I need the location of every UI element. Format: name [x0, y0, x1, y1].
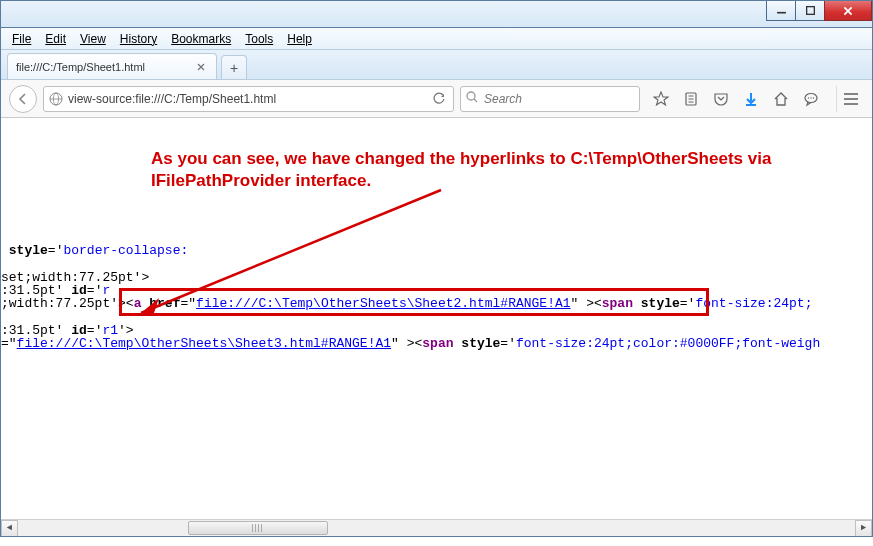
scroll-left-button[interactable]: ◄: [1, 520, 18, 537]
svg-point-20: [813, 97, 814, 98]
scroll-track[interactable]: [18, 520, 855, 537]
search-box[interactable]: [460, 86, 640, 112]
new-tab-button[interactable]: +: [221, 55, 247, 79]
menu-bar: File Edit View History Bookmarks Tools H…: [1, 28, 872, 50]
source-line: ="file:///C:\Temp\OtherSheets\Sheet3.htm…: [1, 336, 820, 351]
tab-strip: file:///C:/Temp/Sheet1.html +: [1, 50, 872, 80]
svg-rect-1: [806, 7, 814, 15]
menu-hamburger-button[interactable]: [836, 86, 864, 112]
search-icon: [465, 90, 480, 107]
source-line: ;width:77.25pt'><a href="file:///C:\Temp…: [1, 296, 812, 311]
menu-help[interactable]: Help: [280, 30, 319, 48]
menu-bookmarks[interactable]: Bookmarks: [164, 30, 238, 48]
tab-close-icon[interactable]: [194, 60, 208, 74]
menu-edit[interactable]: Edit: [38, 30, 73, 48]
hyperlink-sheet2[interactable]: file:///C:\Temp\OtherSheets\Sheet2.html#…: [196, 296, 570, 311]
nav-toolbar: [1, 80, 872, 118]
menu-tools[interactable]: Tools: [238, 30, 280, 48]
globe-icon: [48, 91, 64, 107]
source-line: style='border-collapse:: [1, 243, 188, 258]
annotation-text: As you can see, we have changed the hype…: [151, 148, 791, 192]
svg-line-10: [474, 99, 477, 102]
chat-icon[interactable]: [802, 90, 820, 108]
home-icon[interactable]: [772, 90, 790, 108]
page-content: As you can see, we have changed the hype…: [1, 118, 872, 536]
scroll-right-button[interactable]: ►: [855, 520, 872, 537]
bookmark-star-icon[interactable]: [652, 90, 670, 108]
maximize-button[interactable]: [795, 1, 825, 21]
search-input[interactable]: [484, 92, 635, 106]
tab-title: file:///C:/Temp/Sheet1.html: [16, 61, 188, 73]
tab-active[interactable]: file:///C:/Temp/Sheet1.html: [7, 53, 217, 79]
svg-point-18: [808, 97, 809, 98]
svg-point-19: [810, 97, 811, 98]
window-controls: [767, 1, 872, 21]
library-icon[interactable]: [682, 90, 700, 108]
hyperlink-sheet3[interactable]: file:///C:\Temp\OtherSheets\Sheet3.html#…: [17, 336, 391, 351]
menu-view[interactable]: View: [73, 30, 113, 48]
url-bar[interactable]: [43, 86, 454, 112]
window-titlebar: [0, 0, 873, 28]
minimize-button[interactable]: [766, 1, 796, 21]
svg-point-9: [467, 92, 475, 100]
menu-history[interactable]: History: [113, 30, 164, 48]
close-button[interactable]: [824, 1, 872, 21]
horizontal-scrollbar[interactable]: ◄ ►: [1, 519, 872, 536]
reload-button[interactable]: [429, 92, 449, 106]
pocket-icon[interactable]: [712, 90, 730, 108]
menu-file[interactable]: File: [5, 30, 38, 48]
downloads-icon[interactable]: [742, 90, 760, 108]
scroll-thumb[interactable]: [188, 521, 328, 535]
toolbar-icons: [646, 90, 826, 108]
url-input[interactable]: [68, 92, 425, 106]
back-button[interactable]: [9, 85, 37, 113]
